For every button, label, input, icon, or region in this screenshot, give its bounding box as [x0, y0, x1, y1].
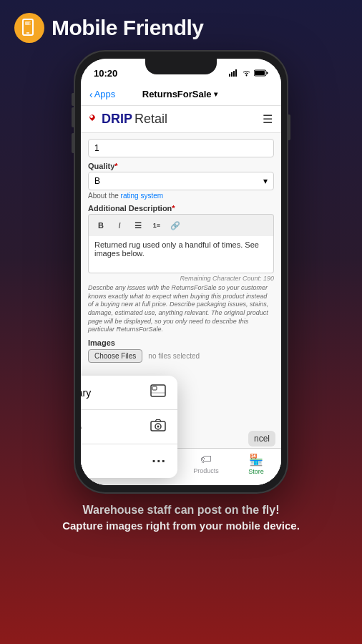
quantity-input[interactable] — [88, 139, 274, 157]
drip-logo: DRIPRetail — [89, 112, 167, 127]
italic-btn[interactable]: I — [112, 218, 127, 233]
char-count: Remaining Character Count: 190 — [88, 275, 274, 282]
quality-select[interactable]: B ▾ — [88, 172, 274, 190]
nav-back[interactable]: ‹ Apps — [89, 89, 115, 100]
tab-products[interactable]: 🏷 Products — [181, 453, 231, 474]
tab-products-label: Products — [193, 467, 219, 474]
additional-desc-row: Additional Description* B I ☰ 1≡ 🔗 Retur… — [88, 204, 274, 334]
silent-btn — [72, 93, 74, 106]
status-time: 10:20 — [94, 68, 117, 79]
volume-up-btn — [72, 107, 74, 127]
notch — [145, 59, 217, 74]
description-hint: Describe any issues with the ReturnsForS… — [88, 284, 274, 334]
svg-rect-11 — [255, 71, 265, 75]
hamburger-icon[interactable]: ☰ — [263, 112, 273, 126]
phone-nav: ‹ Apps ReturnsForSale ▾ — [81, 83, 281, 106]
rating-hint: About the rating system — [88, 192, 274, 200]
page-footer: Warehouse staff can post on the fly! Cap… — [48, 494, 314, 539]
svg-rect-7 — [235, 69, 237, 77]
tab-store-label: Store — [248, 468, 264, 475]
quality-row: Quality* B ▾ About the rating system — [88, 162, 274, 200]
phone-screen: 10:20 — [81, 59, 281, 485]
rating-link[interactable]: rating system — [121, 192, 163, 200]
power-btn — [288, 114, 290, 140]
svg-rect-5 — [231, 72, 233, 77]
svg-text:$: $ — [29, 21, 32, 27]
app-header: DRIPRetail ☰ — [81, 106, 281, 133]
logo-retail: Retail — [134, 112, 167, 127]
camera-icon — [150, 419, 166, 435]
phone-frame: 10:20 — [74, 50, 288, 494]
action-sheet: Photo Library Take Photo — [81, 376, 177, 478]
store-icon: 🏪 — [249, 453, 263, 467]
photo-library-icon — [150, 384, 166, 401]
page-title: Mobile Friendly — [52, 16, 204, 40]
choose-files-btn[interactable]: Choose Files — [88, 349, 142, 363]
quality-label: Quality* — [88, 162, 274, 170]
ol-btn[interactable]: 1≡ — [149, 218, 165, 233]
svg-rect-10 — [267, 72, 268, 74]
status-icons — [229, 69, 268, 77]
tab-store[interactable]: 🏪 Store — [231, 453, 281, 475]
nav-back-label: Apps — [94, 89, 116, 99]
text-toolbar: B I ☰ 1≡ 🔗 — [88, 214, 274, 236]
signal-icon — [229, 69, 239, 77]
browse-icon: ··· — [152, 453, 166, 469]
no-files-text: no files selected — [148, 352, 200, 360]
images-label: Images — [88, 338, 274, 347]
mobile-icon: $ — [14, 13, 44, 43]
volume-down-btn — [72, 133, 74, 153]
images-section: Images Choose Files no files selected — [88, 338, 274, 363]
svg-rect-13 — [152, 386, 157, 390]
ul-btn[interactable]: ☰ — [130, 218, 146, 233]
nav-title: ReturnsForSale ▾ — [115, 89, 244, 99]
footer-line2: Capture images right from your mobile de… — [62, 519, 300, 532]
action-photo-library[interactable]: Photo Library — [81, 376, 177, 410]
cancel-area: ncel — [248, 431, 275, 447]
description-textarea[interactable]: Returned rug used only a handful of time… — [88, 236, 274, 273]
svg-rect-6 — [233, 71, 235, 77]
page-header: $ Mobile Friendly — [0, 0, 362, 50]
select-chevron: ▾ — [263, 176, 268, 186]
quality-value: B — [94, 176, 100, 186]
link-btn[interactable]: 🔗 — [167, 218, 183, 233]
quantity-row — [88, 139, 274, 157]
action-take-photo[interactable]: Take Photo — [81, 410, 177, 444]
svg-rect-4 — [229, 74, 230, 77]
bold-btn[interactable]: B — [93, 218, 109, 233]
take-photo-label: Take Photo — [81, 421, 82, 433]
additional-desc-label: Additional Description* — [88, 204, 274, 213]
products-icon: 🏷 — [200, 453, 212, 466]
logo-drip: DRIP — [102, 112, 132, 127]
photo-library-label: Photo Library — [81, 387, 91, 399]
footer-line1: Warehouse staff can post on the fly! — [62, 504, 300, 517]
file-row: Choose Files no files selected — [88, 349, 274, 363]
svg-point-17 — [157, 426, 160, 428]
svg-point-8 — [246, 75, 248, 77]
wifi-icon — [242, 69, 251, 77]
action-browse[interactable]: Browse ··· — [81, 444, 177, 478]
battery-icon — [254, 69, 268, 77]
cancel-btn[interactable]: ncel — [248, 431, 275, 447]
